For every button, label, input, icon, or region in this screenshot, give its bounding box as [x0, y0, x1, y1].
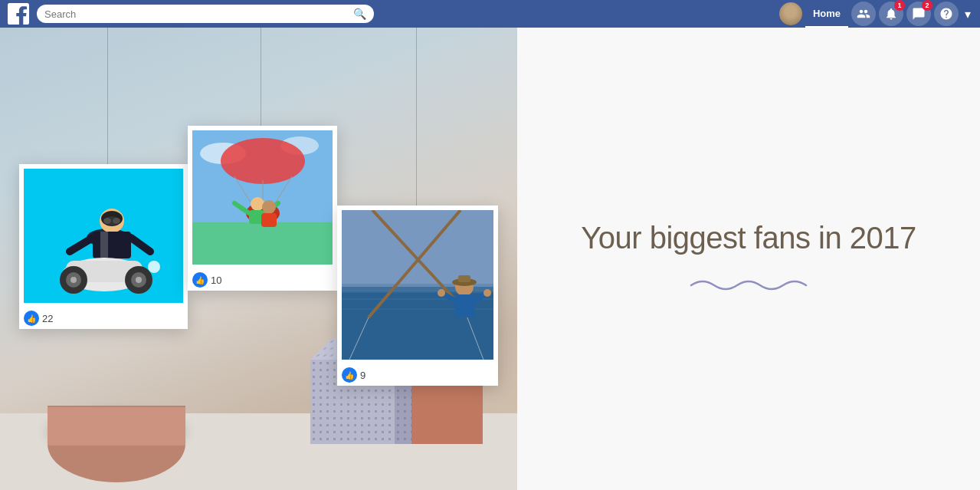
photo-card-2[interactable]: 👍 10 [188, 126, 337, 291]
svg-rect-23 [192, 222, 333, 265]
like-badge-3: 👍 9 [337, 367, 370, 383]
svg-point-18 [136, 277, 142, 283]
svg-point-5 [103, 218, 111, 224]
svg-point-15 [70, 277, 77, 283]
cylinder-mid [48, 407, 185, 446]
notifications-button[interactable]: 1 [879, 2, 903, 26]
photo-card-3[interactable]: 👍 9 [337, 206, 498, 386]
like-badge-1: 👍 22 [19, 311, 57, 326]
account-dropdown-button[interactable]: ▾ [962, 7, 974, 21]
like-thumb-1: 👍 [24, 311, 39, 326]
wave-decoration [687, 274, 810, 297]
svg-point-52 [483, 289, 491, 297]
svg-rect-47 [458, 275, 470, 282]
like-badge-2: 👍 10 [188, 272, 226, 288]
svg-rect-34 [261, 213, 277, 227]
wire-1 [107, 28, 108, 166]
nav-right: Home 1 2 ▾ [779, 0, 974, 28]
like-count-1: 22 [42, 313, 53, 324]
notifications-badge: 1 [894, 0, 905, 11]
profile-avatar[interactable] [779, 2, 802, 25]
svg-point-6 [113, 218, 120, 224]
right-panel: Your biggest fans in 2017 [517, 28, 980, 490]
photo-card-1[interactable]: 👍 22 [19, 164, 188, 329]
home-link[interactable]: Home [805, 0, 848, 28]
svg-point-24 [221, 138, 305, 184]
svg-point-33 [262, 200, 276, 214]
wire-3 [416, 28, 417, 206]
svg-rect-48 [455, 294, 475, 317]
svg-point-51 [438, 289, 445, 297]
main-container: 👍 22 [0, 28, 980, 490]
svg-rect-35 [342, 210, 493, 287]
like-count-3: 9 [360, 370, 365, 381]
like-thumb-2: 👍 [192, 272, 208, 288]
search-input[interactable] [44, 8, 349, 20]
navbar: 🔍 Home 1 2 ▾ [0, 0, 980, 28]
help-button[interactable] [934, 2, 959, 26]
wire-2 [261, 28, 261, 126]
messages-badge: 2 [922, 0, 932, 11]
friend-requests-button[interactable] [851, 2, 876, 26]
like-thumb-3: 👍 [342, 367, 357, 383]
search-icon: 🔍 [353, 8, 366, 20]
page-title: Your biggest fans in 2017 [581, 221, 916, 255]
facebook-logo[interactable] [6, 2, 31, 26]
messages-button[interactable]: 2 [906, 2, 931, 26]
search-bar[interactable]: 🔍 [37, 5, 374, 23]
svg-rect-8 [100, 232, 108, 258]
like-count-2: 10 [211, 275, 221, 286]
svg-rect-7 [93, 232, 131, 258]
svg-point-19 [148, 261, 160, 273]
left-panel: 👍 22 [0, 28, 517, 490]
